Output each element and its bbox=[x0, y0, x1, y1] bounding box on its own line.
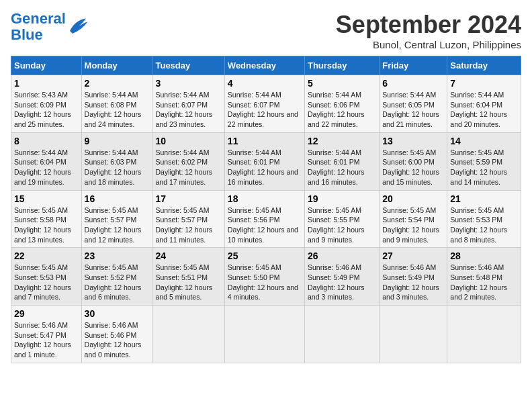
logo-line2: Blue bbox=[11, 26, 43, 43]
header-thursday: Thursday bbox=[304, 56, 379, 75]
day-number: 20 bbox=[382, 193, 444, 204]
header-sunday: Sunday bbox=[11, 56, 82, 75]
day-number: 26 bbox=[308, 250, 376, 261]
calendar-week-1: 1 Sunrise: 5:43 AMSunset: 6:09 PMDayligh… bbox=[11, 75, 521, 133]
header-wednesday: Wednesday bbox=[224, 56, 304, 75]
day-number: 29 bbox=[14, 308, 79, 319]
calendar-week-5: 29 Sunrise: 5:46 AMSunset: 5:47 PMDaylig… bbox=[11, 306, 521, 363]
calendar-cell: 22 Sunrise: 5:45 AMSunset: 5:53 PMDaylig… bbox=[11, 248, 82, 306]
calendar-cell: 10 Sunrise: 5:44 AMSunset: 6:02 PMDaylig… bbox=[152, 132, 224, 190]
day-number: 10 bbox=[155, 136, 221, 146]
calendar-cell: 13 Sunrise: 5:45 AMSunset: 6:00 PMDaylig… bbox=[380, 132, 447, 190]
cell-info: Sunrise: 5:45 AMSunset: 5:59 PMDaylight:… bbox=[450, 148, 507, 186]
calendar-cell: 26 Sunrise: 5:46 AMSunset: 5:49 PMDaylig… bbox=[304, 248, 379, 306]
calendar-week-3: 15 Sunrise: 5:45 AMSunset: 5:58 PMDaylig… bbox=[11, 190, 521, 248]
calendar-table: Sunday Monday Tuesday Wednesday Thursday… bbox=[11, 56, 521, 363]
calendar-cell: 16 Sunrise: 5:45 AMSunset: 5:57 PMDaylig… bbox=[81, 190, 152, 248]
cell-info: Sunrise: 5:43 AMSunset: 6:09 PMDaylight:… bbox=[14, 91, 71, 128]
header-saturday: Saturday bbox=[447, 56, 521, 75]
logo-bird-icon bbox=[67, 17, 89, 36]
day-number: 2 bbox=[85, 78, 150, 89]
cell-info: Sunrise: 5:44 AMSunset: 6:03 PMDaylight:… bbox=[85, 148, 142, 186]
logo-line1: General bbox=[11, 10, 66, 27]
day-number: 9 bbox=[85, 136, 150, 146]
calendar-cell: 25 Sunrise: 5:45 AMSunset: 5:50 PMDaylig… bbox=[224, 248, 304, 306]
header-friday: Friday bbox=[380, 56, 447, 75]
day-number: 8 bbox=[14, 136, 79, 146]
cell-info: Sunrise: 5:45 AMSunset: 5:53 PMDaylight:… bbox=[14, 263, 71, 301]
cell-info: Sunrise: 5:45 AMSunset: 5:51 PMDaylight:… bbox=[155, 263, 212, 301]
calendar-cell: 27 Sunrise: 5:46 AMSunset: 5:49 PMDaylig… bbox=[380, 248, 447, 306]
cell-info: Sunrise: 5:45 AMSunset: 5:53 PMDaylight:… bbox=[450, 206, 507, 244]
calendar-cell: 28 Sunrise: 5:46 AMSunset: 5:48 PMDaylig… bbox=[447, 248, 521, 306]
day-number: 13 bbox=[382, 136, 444, 146]
calendar-cell: 1 Sunrise: 5:43 AMSunset: 6:09 PMDayligh… bbox=[11, 75, 82, 133]
cell-info: Sunrise: 5:45 AMSunset: 6:00 PMDaylight:… bbox=[382, 148, 439, 186]
cell-info: Sunrise: 5:44 AMSunset: 6:04 PMDaylight:… bbox=[450, 91, 507, 128]
day-number: 18 bbox=[228, 193, 302, 204]
calendar-cell: 7 Sunrise: 5:44 AMSunset: 6:04 PMDayligh… bbox=[447, 75, 521, 133]
calendar-body: 1 Sunrise: 5:43 AMSunset: 6:09 PMDayligh… bbox=[11, 75, 521, 363]
calendar-cell: 12 Sunrise: 5:44 AMSunset: 6:01 PMDaylig… bbox=[304, 132, 379, 190]
day-number: 14 bbox=[450, 136, 518, 146]
cell-info: Sunrise: 5:46 AMSunset: 5:47 PMDaylight:… bbox=[14, 321, 71, 359]
cell-info: Sunrise: 5:44 AMSunset: 6:08 PMDaylight:… bbox=[85, 91, 142, 128]
cell-info: Sunrise: 5:44 AMSunset: 6:06 PMDaylight:… bbox=[308, 91, 365, 128]
day-number: 16 bbox=[85, 193, 150, 204]
day-number: 24 bbox=[155, 250, 221, 261]
day-number: 15 bbox=[14, 193, 79, 204]
calendar-cell: 19 Sunrise: 5:45 AMSunset: 5:55 PMDaylig… bbox=[304, 190, 379, 248]
calendar-cell: 4 Sunrise: 5:44 AMSunset: 6:07 PMDayligh… bbox=[224, 75, 304, 133]
logo: General Blue bbox=[11, 11, 89, 43]
cell-info: Sunrise: 5:45 AMSunset: 5:56 PMDaylight:… bbox=[228, 206, 298, 244]
day-number: 11 bbox=[228, 136, 302, 146]
cell-info: Sunrise: 5:45 AMSunset: 5:55 PMDaylight:… bbox=[308, 206, 365, 244]
day-number: 25 bbox=[228, 250, 302, 261]
subtitle: Bunol, Central Luzon, Philippines bbox=[336, 39, 521, 50]
cell-info: Sunrise: 5:45 AMSunset: 5:54 PMDaylight:… bbox=[382, 206, 439, 244]
header-row: Sunday Monday Tuesday Wednesday Thursday… bbox=[11, 56, 521, 75]
cell-info: Sunrise: 5:44 AMSunset: 6:02 PMDaylight:… bbox=[155, 148, 212, 186]
calendar-cell: 23 Sunrise: 5:45 AMSunset: 5:52 PMDaylig… bbox=[81, 248, 152, 306]
calendar-week-2: 8 Sunrise: 5:44 AMSunset: 6:04 PMDayligh… bbox=[11, 132, 521, 190]
calendar-cell: 11 Sunrise: 5:44 AMSunset: 6:01 PMDaylig… bbox=[224, 132, 304, 190]
cell-info: Sunrise: 5:44 AMSunset: 6:05 PMDaylight:… bbox=[382, 91, 439, 128]
calendar-header: Sunday Monday Tuesday Wednesday Thursday… bbox=[11, 56, 521, 75]
title-area: September 2024 Bunol, Central Luzon, Phi… bbox=[336, 11, 521, 50]
calendar-cell: 30 Sunrise: 5:46 AMSunset: 5:46 PMDaylig… bbox=[81, 306, 152, 363]
day-number: 1 bbox=[14, 78, 79, 89]
header: General Blue September 2024 Bunol, Centr… bbox=[11, 11, 521, 50]
header-tuesday: Tuesday bbox=[152, 56, 224, 75]
cell-info: Sunrise: 5:44 AMSunset: 6:04 PMDaylight:… bbox=[14, 148, 71, 186]
cell-info: Sunrise: 5:46 AMSunset: 5:46 PMDaylight:… bbox=[85, 321, 142, 359]
day-number: 21 bbox=[450, 193, 518, 204]
cell-info: Sunrise: 5:45 AMSunset: 5:50 PMDaylight:… bbox=[228, 263, 298, 301]
calendar-cell: 5 Sunrise: 5:44 AMSunset: 6:06 PMDayligh… bbox=[304, 75, 379, 133]
calendar-cell: 20 Sunrise: 5:45 AMSunset: 5:54 PMDaylig… bbox=[380, 190, 447, 248]
cell-info: Sunrise: 5:46 AMSunset: 5:48 PMDaylight:… bbox=[450, 263, 507, 301]
day-number: 5 bbox=[308, 78, 376, 89]
calendar-cell: 9 Sunrise: 5:44 AMSunset: 6:03 PMDayligh… bbox=[81, 132, 152, 190]
main-title: September 2024 bbox=[336, 11, 521, 39]
cell-info: Sunrise: 5:44 AMSunset: 6:01 PMDaylight:… bbox=[308, 148, 365, 186]
cell-info: Sunrise: 5:45 AMSunset: 5:57 PMDaylight:… bbox=[85, 206, 142, 244]
cell-info: Sunrise: 5:45 AMSunset: 5:52 PMDaylight:… bbox=[85, 263, 142, 301]
calendar-cell bbox=[224, 306, 304, 363]
calendar-week-4: 22 Sunrise: 5:45 AMSunset: 5:53 PMDaylig… bbox=[11, 248, 521, 306]
cell-info: Sunrise: 5:46 AMSunset: 5:49 PMDaylight:… bbox=[382, 263, 439, 301]
calendar-cell bbox=[152, 306, 224, 363]
day-number: 30 bbox=[85, 308, 150, 319]
calendar-cell: 2 Sunrise: 5:44 AMSunset: 6:08 PMDayligh… bbox=[81, 75, 152, 133]
calendar-cell: 21 Sunrise: 5:45 AMSunset: 5:53 PMDaylig… bbox=[447, 190, 521, 248]
calendar-cell bbox=[304, 306, 379, 363]
day-number: 4 bbox=[228, 78, 302, 89]
day-number: 7 bbox=[450, 78, 518, 89]
calendar-cell: 14 Sunrise: 5:45 AMSunset: 5:59 PMDaylig… bbox=[447, 132, 521, 190]
day-number: 23 bbox=[85, 250, 150, 261]
calendar-cell: 8 Sunrise: 5:44 AMSunset: 6:04 PMDayligh… bbox=[11, 132, 82, 190]
calendar-cell: 24 Sunrise: 5:45 AMSunset: 5:51 PMDaylig… bbox=[152, 248, 224, 306]
calendar-cell bbox=[447, 306, 521, 363]
cell-info: Sunrise: 5:46 AMSunset: 5:49 PMDaylight:… bbox=[308, 263, 365, 301]
day-number: 12 bbox=[308, 136, 376, 146]
day-number: 19 bbox=[308, 193, 376, 204]
